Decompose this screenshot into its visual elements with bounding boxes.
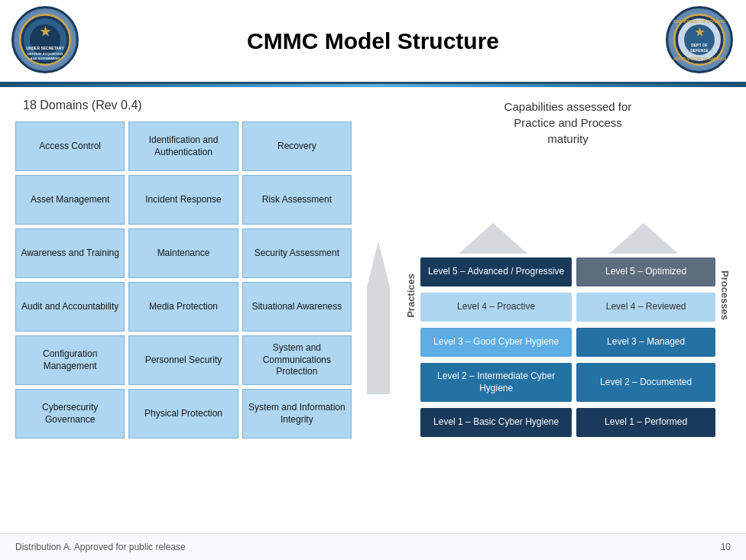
logo-right-image: ★ DEPT OF DEFENSE DEPARTMENT OF DEFENSE … <box>666 6 733 73</box>
levels-container: Level 5 – Advanced / Progressive Level 5… <box>420 257 715 440</box>
domain-cell-6: Awareness and Training <box>15 228 125 278</box>
svg-text:AND SUSTAINMENT: AND SUSTAINMENT <box>31 57 60 60</box>
domain-cell-12: Configuration Management <box>15 335 125 385</box>
svg-text:DEPARTMENT OF DEFENSE: DEPARTMENT OF DEFENSE <box>673 19 725 24</box>
domain-cell-16: Physical Protection <box>128 389 238 439</box>
domain-cell-11: Situational Awareness <box>242 282 352 332</box>
domain-cell-13: Personnel Security <box>128 335 238 385</box>
footer-page-number: 10 <box>721 542 731 552</box>
diagram-area: Practices <box>405 154 731 440</box>
processes-label: Processes <box>719 270 731 320</box>
domain-cell-3: Asset Management <box>15 175 125 225</box>
domain-cell-15: Cybersecurity Governance <box>15 389 125 439</box>
domain-cell-10: Media Protection <box>128 282 238 332</box>
practices-label: Practices <box>405 274 417 318</box>
practice-level-3: Level 3 – Good Cyber Hygiene <box>420 328 572 357</box>
header: ★ UNDER SECRETARY DEFENSE ACQUISITION AN… <box>0 0 746 84</box>
practices-label-container: Practices <box>405 154 417 440</box>
levels-row-5: Level 5 – Advanced / Progressive Level 5… <box>420 257 715 286</box>
process-level-3: Level 3 – Managed <box>576 328 715 357</box>
levels-row-4: Level 4 – Proactive Level 4 – Reviewed <box>420 293 715 322</box>
domain-cell-0: Access Control <box>15 121 125 171</box>
main-content: 18 Domains (Rev 0.4) Access Control Iden… <box>0 87 746 533</box>
process-level-2: Level 2 – Documented <box>576 363 715 402</box>
svg-text:UNDER SECRETARY: UNDER SECRETARY <box>26 46 64 50</box>
domain-cell-2: Recovery <box>242 121 352 171</box>
processes-label-container: Processes <box>719 154 731 440</box>
svg-text:UNITED STATES OF AMERICA: UNITED STATES OF AMERICA <box>673 57 726 61</box>
logo-left-image: ★ UNDER SECRETARY DEFENSE ACQUISITION AN… <box>11 6 79 73</box>
practice-level-5: Level 5 – Advanced / Progressive <box>420 257 572 286</box>
levels-row-1: Level 1 – Basic Cyber Hygiene Level 1 – … <box>420 408 715 437</box>
domain-cell-7: Maintenance <box>128 228 238 278</box>
right-section: Capabilities assessed for Practice and P… <box>405 99 731 522</box>
logo-right: ★ DEPT OF DEFENSE DEPARTMENT OF DEFENSE … <box>666 6 735 75</box>
domain-cell-17: System and Information Integrity <box>242 389 352 439</box>
svg-text:DEPT OF: DEPT OF <box>691 43 708 47</box>
domain-cell-1: Identification and Authentication <box>128 121 238 171</box>
svg-text:★: ★ <box>695 26 705 38</box>
practice-level-2: Level 2 – Intermediate Cyber Hygiene <box>420 363 572 402</box>
domains-grid: Access Control Identification and Authen… <box>15 121 352 439</box>
diagram-center: Level 5 – Advanced / Progressive Level 5… <box>420 154 715 440</box>
domain-cell-9: Audit and Accountability <box>15 282 125 332</box>
svg-marker-17 <box>367 241 390 394</box>
svg-text:DEFENSE ACQUISITION: DEFENSE ACQUISITION <box>28 52 63 56</box>
footer: Distribution A. Approved for public rele… <box>0 533 746 560</box>
practice-level-1: Level 1 – Basic Cyber Hygiene <box>420 408 572 437</box>
footer-left-text: Distribution A. Approved for public rele… <box>15 542 186 552</box>
process-level-5: Level 5 – Optimized <box>576 257 715 286</box>
levels-row-3: Level 3 – Good Cyber Hygiene Level 3 – M… <box>420 328 715 357</box>
practice-level-4: Level 4 – Proactive <box>420 293 572 322</box>
domain-cell-8: Security Assessment <box>242 228 352 278</box>
svg-text:DEFENSE: DEFENSE <box>690 48 709 53</box>
logo-left: ★ UNDER SECRETARY DEFENSE ACQUISITION AN… <box>11 6 80 75</box>
arrows-row <box>420 154 715 254</box>
right-arrow <box>571 223 715 254</box>
domain-cell-5: Risk Assessment <box>242 175 352 225</box>
left-arrow <box>420 223 565 254</box>
process-level-1: Level 1 – Performed <box>576 408 715 437</box>
process-level-4: Level 4 – Reviewed <box>576 293 715 322</box>
page-title: CMMC Model Structure <box>247 28 499 54</box>
domain-cell-4: Incident Response <box>128 175 238 225</box>
section-arrow <box>367 99 390 522</box>
svg-text:★: ★ <box>40 25 51 38</box>
capabilities-title: Capabilities assessed for Practice and P… <box>504 99 632 147</box>
levels-row-2: Level 2 – Intermediate Cyber Hygiene Lev… <box>420 363 715 402</box>
left-section: 18 Domains (Rev 0.4) Access Control Iden… <box>15 99 352 522</box>
domains-title: 18 Domains (Rev 0.4) <box>23 99 352 112</box>
domain-cell-14: System and Communications Protection <box>242 335 352 385</box>
